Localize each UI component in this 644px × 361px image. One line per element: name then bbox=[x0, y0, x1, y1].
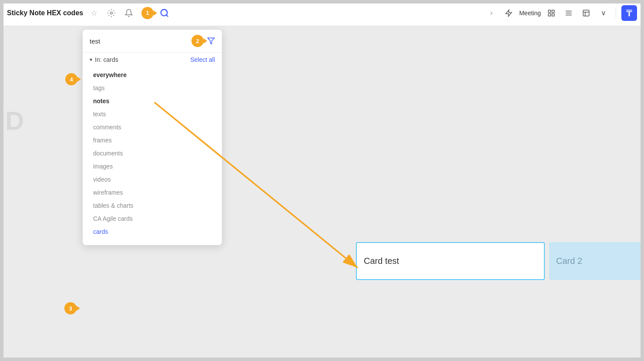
svg-point-0 bbox=[111, 12, 113, 14]
svg-marker-16 bbox=[208, 38, 215, 44]
topbar: Sticky Note HEX codes ☆ 1 › bbox=[0, 0, 644, 26]
bell-icon[interactable] bbox=[122, 7, 135, 20]
svg-rect-11 bbox=[583, 10, 589, 16]
dropdown-item-texts[interactable]: texts bbox=[83, 108, 222, 121]
dropdown-item-images[interactable]: images bbox=[83, 160, 222, 173]
list-icon[interactable] bbox=[562, 6, 576, 20]
svg-rect-7 bbox=[552, 13, 554, 16]
svg-point-1 bbox=[161, 9, 168, 16]
chevron-down-icon[interactable]: ∨ bbox=[597, 6, 610, 20]
scope-chevron: ▾ bbox=[90, 57, 92, 63]
canvas-letter: D bbox=[5, 106, 24, 136]
topbar-left: Sticky Note HEX codes ☆ 1 bbox=[7, 7, 171, 20]
dropdown-item-wireframes[interactable]: wireframes bbox=[83, 186, 222, 199]
annotation-badge-2: 2 bbox=[191, 35, 204, 47]
lightning-icon[interactable] bbox=[502, 6, 516, 20]
dropdown-item-tables-&-charts[interactable]: tables & charts bbox=[83, 199, 222, 212]
topbar-divider bbox=[616, 8, 616, 18]
app-title: Sticky Note HEX codes bbox=[7, 9, 83, 17]
dropdown-list: everywheretagsnotestextscommentsframesdo… bbox=[83, 67, 222, 240]
dropdown-item-CA-Agile-cards[interactable]: CA Agile cards bbox=[83, 212, 222, 225]
svg-rect-4 bbox=[548, 10, 550, 12]
settings-icon[interactable] bbox=[105, 7, 118, 20]
card-2[interactable]: Card 2 bbox=[549, 242, 641, 280]
topbar-right: › Meeting ∨ bbox=[484, 5, 637, 21]
search-input[interactable] bbox=[90, 37, 188, 45]
svg-rect-6 bbox=[548, 13, 550, 16]
dropdown-item-documents[interactable]: documents bbox=[83, 147, 222, 160]
star-icon[interactable]: ☆ bbox=[87, 7, 101, 20]
search-scope-row: ▾ In: cards Select all bbox=[83, 53, 222, 67]
svg-marker-3 bbox=[506, 10, 512, 16]
svg-rect-5 bbox=[552, 10, 554, 12]
dropdown-item-frames[interactable]: frames bbox=[83, 134, 222, 147]
canvas: D Card test Card 2 4 2 bbox=[0, 26, 644, 361]
search-icon[interactable] bbox=[158, 7, 171, 20]
annotation-badge-1: 1 bbox=[141, 7, 154, 19]
grid-icon[interactable] bbox=[544, 6, 558, 20]
filter-btn[interactable] bbox=[621, 5, 637, 21]
dropdown-item-comments[interactable]: comments bbox=[83, 121, 222, 134]
filter-icon[interactable] bbox=[207, 37, 215, 45]
annotation-badge-4: 4 bbox=[65, 73, 77, 85]
dropdown-item-cards[interactable]: cards bbox=[83, 225, 222, 238]
card-test[interactable]: Card test bbox=[356, 242, 545, 280]
select-all-button[interactable]: Select all bbox=[190, 56, 215, 63]
dropdown-item-videos[interactable]: videos bbox=[83, 173, 222, 186]
layout-icon[interactable] bbox=[579, 6, 593, 20]
annotation-badge-3: 3 bbox=[64, 302, 77, 314]
scope-label[interactable]: ▾ In: cards bbox=[90, 56, 118, 63]
svg-line-2 bbox=[166, 15, 168, 17]
chevron-right-icon[interactable]: › bbox=[484, 6, 498, 20]
meeting-label: Meeting bbox=[519, 10, 541, 17]
dropdown-item-everywhere[interactable]: everywhere bbox=[83, 68, 222, 81]
dropdown-item-tags[interactable]: tags bbox=[83, 81, 222, 94]
dropdown-item-notes[interactable]: notes bbox=[83, 94, 222, 108]
search-dropdown: 4 2 ▾ In: cards Select all bbox=[83, 30, 222, 245]
search-input-row: 2 bbox=[83, 30, 222, 53]
